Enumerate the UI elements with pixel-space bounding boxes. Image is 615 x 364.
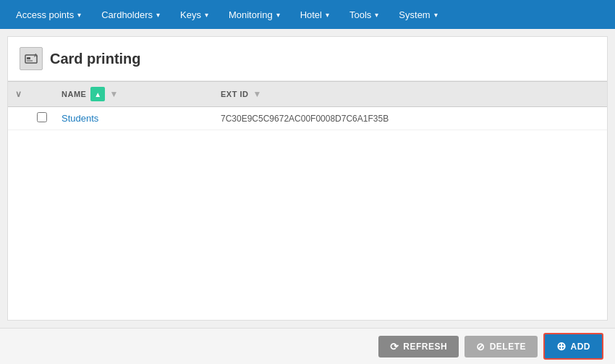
- refresh-button[interactable]: ⟳ REFRESH: [378, 336, 459, 357]
- chevron-down-icon: [156, 11, 160, 19]
- collapse-icon[interactable]: ∨: [15, 89, 22, 99]
- refresh-icon: ⟳: [390, 341, 399, 352]
- nav-label-keys: Keys: [180, 9, 201, 20]
- nav-item-cardholders[interactable]: Cardholders: [91, 0, 170, 29]
- main-content: A Card printing ∨ NAME: [7, 36, 608, 321]
- nav-label-tools: Tools: [349, 9, 371, 20]
- sort-name-asc-button[interactable]: [90, 87, 105, 101]
- nav-label-hotel: Hotel: [300, 9, 322, 20]
- chevron-down-icon: [276, 11, 280, 19]
- row-checkbox-cell: [30, 107, 54, 130]
- svg-text:A: A: [34, 53, 38, 58]
- row-extid-cell: 7C30E9C5C9672AC00F0008D7C6A1F35B: [213, 107, 607, 130]
- filter-name-icon[interactable]: ▼: [109, 89, 118, 99]
- th-collapse: ∨: [8, 82, 30, 107]
- sort-up-icon: [94, 90, 101, 98]
- page-header: A Card printing: [8, 37, 607, 81]
- add-icon: ⊕: [556, 339, 567, 353]
- row-extid-value: 7C30E9C5C9672AC00F0008D7C6A1F35B: [221, 114, 389, 124]
- navbar: Access points Cardholders Keys Monitorin…: [0, 0, 615, 29]
- th-name: NAME ▼: [54, 82, 213, 107]
- chevron-down-icon: [434, 11, 438, 19]
- delete-button[interactable]: ⊘ DELETE: [465, 336, 538, 357]
- nav-label-monitoring: Monitoring: [229, 9, 273, 20]
- nav-item-access-points[interactable]: Access points: [6, 0, 91, 29]
- nav-label-system: System: [399, 9, 430, 20]
- col-extid-label: EXT ID: [221, 90, 248, 98]
- svg-rect-1: [27, 57, 30, 59]
- table-container: ∨ NAME ▼: [8, 81, 607, 130]
- refresh-label: REFRESH: [403, 342, 447, 352]
- chevron-down-icon: [326, 11, 329, 19]
- table-body: Students 7C30E9C5C9672AC00F0008D7C6A1F35…: [8, 107, 607, 130]
- col-name-label: NAME: [62, 90, 86, 98]
- row-checkbox[interactable]: [37, 112, 47, 122]
- chevron-down-icon: [77, 11, 81, 19]
- nav-item-hotel[interactable]: Hotel: [290, 0, 339, 29]
- th-extid: EXT ID ▼: [213, 82, 607, 107]
- nav-item-monitoring[interactable]: Monitoring: [219, 0, 290, 29]
- add-button[interactable]: ⊕ ADD: [543, 333, 603, 360]
- nav-label-access-points: Access points: [16, 9, 74, 20]
- delete-label: DELETE: [490, 342, 526, 352]
- th-checkbox: [30, 82, 54, 107]
- delete-icon: ⊘: [476, 341, 485, 352]
- nav-label-cardholders: Cardholders: [101, 9, 153, 20]
- add-label: ADD: [571, 342, 591, 352]
- bottom-bar: ⟳ REFRESH ⊘ DELETE ⊕ ADD: [0, 328, 615, 364]
- chevron-down-icon: [375, 11, 378, 19]
- row-name-cell: Students: [54, 107, 213, 130]
- table-row: Students 7C30E9C5C9672AC00F0008D7C6A1F35…: [8, 107, 607, 130]
- nav-item-system[interactable]: System: [389, 0, 447, 29]
- nav-item-tools[interactable]: Tools: [339, 0, 389, 29]
- card-printing-icon: A: [20, 47, 43, 70]
- row-name-link[interactable]: Students: [62, 113, 98, 124]
- chevron-down-icon: [205, 11, 208, 19]
- data-table: ∨ NAME ▼: [8, 81, 607, 130]
- filter-extid-icon[interactable]: ▼: [253, 89, 261, 99]
- row-expand-cell: [8, 107, 30, 130]
- nav-item-keys[interactable]: Keys: [170, 0, 219, 29]
- table-header-row: ∨ NAME ▼: [8, 82, 607, 107]
- page-title: Card printing: [50, 51, 141, 67]
